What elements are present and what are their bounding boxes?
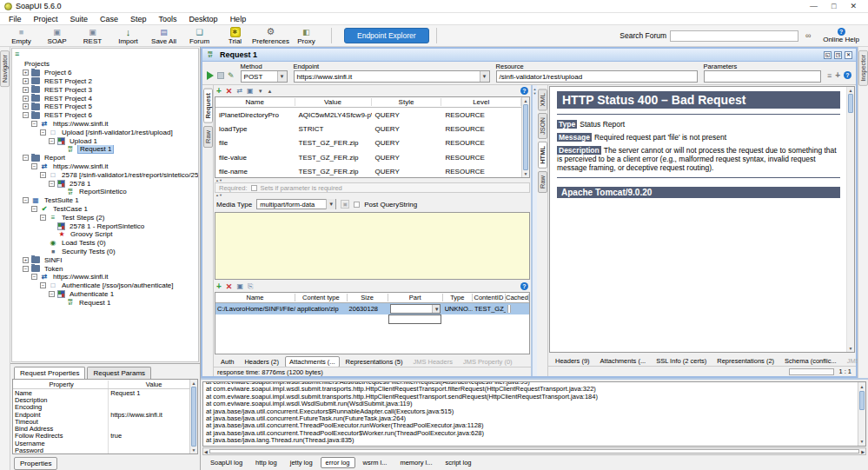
tree-item[interactable]: Projects [12,60,198,69]
tree-expander-icon[interactable]: + [23,96,29,102]
scrollbar-thumb[interactable] [848,94,853,113]
scroll-down-icon[interactable]: ▼ [524,171,528,176]
tree-item[interactable]: Request 1 [12,145,198,154]
menu-project[interactable]: Project [28,14,64,24]
params-cell[interactable]: file [215,139,295,147]
menu-help[interactable]: Help [224,14,253,24]
tree-item[interactable]: −Authenticate [/sso/json/authenticate] [12,281,198,290]
inspector-tab[interactable]: Inspector [858,50,868,86]
toolbar-trial-button[interactable]: Trial [217,27,253,45]
maximize-window-icon[interactable]: ◳ [834,51,842,59]
scroll-left-icon[interactable]: ◀ [204,449,208,454]
tree-expander-icon[interactable]: − [23,197,29,203]
params-cell[interactable]: TEST_GZ_FER.zip [295,154,372,162]
params-cell[interactable]: file-name [215,168,295,175]
required-checkbox[interactable] [251,185,257,191]
request-window-titlebar[interactable]: Request 1 ◱ ◳ ✕ [202,49,856,62]
scroll-up-icon[interactable]: ▲ [860,383,865,390]
tab-headers-9[interactable]: Headers (9) [551,355,594,367]
scroll-down-icon[interactable]: ▼ [192,447,196,453]
tab-request-params[interactable]: Request Params [87,367,151,379]
tree-expander-icon[interactable]: − [49,138,55,144]
tree-item[interactable]: +SINFI [12,255,198,264]
tree-item[interactable]: −https://www.sinfi.it [12,273,198,281]
params-cell[interactable]: iPlanetDirectoryPro [215,111,295,119]
scroll-up-icon[interactable]: ▲ [524,98,528,103]
parameters-field[interactable] [704,70,821,83]
scrollbar-thumb[interactable] [209,449,859,453]
tree-expander-icon[interactable]: − [31,206,37,212]
side-tab-html[interactable]: HTML [538,142,547,169]
attachment-row[interactable]: C:/LavoroHome/SINFI/File/TEST...applicat… [215,303,529,314]
export-attachment-icon[interactable]: ⎘ [248,282,253,291]
params-cell[interactable]: QUERY [372,154,442,162]
recreate-body-icon[interactable]: ▣ [341,200,349,209]
tree-item[interactable]: −Token [12,264,198,273]
tab-wsrm-l[interactable]: wsrm l... [358,457,393,468]
tab-http-log[interactable]: http log [250,457,282,468]
scrollbar-thumb[interactable] [191,387,196,447]
error-log-output[interactable]: at com.eviware.soapui.impl.wsdl.submit.f… [202,381,866,447]
update-params-icon[interactable]: ▣ [247,87,254,95]
tab-request-properties[interactable]: Request Properties [14,367,85,379]
tab-soapui-log[interactable]: SoapUI log [205,457,248,468]
toolbar-forum-button[interactable]: Forum [182,27,217,45]
params-cell[interactable]: QUERY [372,125,442,133]
cached-checkbox[interactable] [507,305,511,313]
tab-memory-l[interactable]: memory l... [394,457,437,468]
request-body-editor[interactable] [215,212,530,280]
tree-item[interactable]: ReportSintetico [12,188,198,196]
tree-item[interactable]: −2578 [/sinfi-validator1/rest/report/sin… [12,170,198,179]
remove-attachment-icon[interactable]: ✕ [226,282,233,291]
side-tab-request[interactable]: Request [203,89,213,123]
tab-attachments[interactable]: Attachments (... [285,356,340,367]
params-cell[interactable]: RESOURCE [441,139,521,147]
online-help[interactable]: ? Online Help [823,28,859,43]
tree-expander-icon[interactable]: − [49,291,55,297]
menu-step[interactable]: Step [124,14,153,24]
float-window-icon[interactable]: ◱ [824,51,832,59]
reload-attachment-icon[interactable]: ▣ [236,282,243,290]
part-editor-field[interactable] [388,314,441,324]
toolbar-rest-button[interactable]: REST [75,27,110,45]
add-param-icon[interactable]: + [835,70,840,80]
tree-item[interactable]: −Authenticate 1 [12,290,198,299]
scrollbar-thumb[interactable] [859,391,865,410]
toolbar-save-all-button[interactable]: Save All [146,27,182,45]
params-menu-icon[interactable]: ≡ [827,71,832,80]
remove-parameter-icon[interactable]: ✕ [226,87,233,96]
tab-error-log[interactable]: error log [321,457,355,468]
params-cell[interactable]: RESOURCE [441,168,521,175]
tree-item[interactable]: +Project 6 [12,69,198,77]
tree-item[interactable]: Request 1 [12,298,198,307]
minimize-button[interactable]: — [810,2,818,10]
tree-expander-icon[interactable]: + [23,257,29,263]
tree-item[interactable]: +REST Project 3 [12,85,198,94]
help-icon[interactable]: ? [844,71,851,79]
tab-jetty-log[interactable]: jetty log [285,457,318,468]
move-up-icon[interactable]: ▲ [268,89,273,94]
params-cell[interactable]: loadType [215,125,295,133]
tree-item[interactable]: +REST Project 5 [12,103,198,111]
tree-item[interactable]: −TestSuite 1 [12,196,198,205]
menu-suite[interactable]: Suite [64,14,95,24]
menu-tools[interactable]: Tools [153,14,183,24]
tree-item[interactable]: −Upload 1 [12,136,198,145]
scroll-up-icon[interactable]: ▲ [849,88,853,93]
scroll-down-icon[interactable]: ▼ [849,346,853,351]
params-row[interactable]: fileTEST_GZ_FER.zipQUERYRESOURCE [215,136,521,150]
tree-item[interactable]: −https://www.sinfi.it [12,162,198,171]
tree-item[interactable]: −Report [12,154,198,162]
tree-expander-icon[interactable]: − [31,274,37,280]
tree-expander-icon[interactable]: − [40,129,46,136]
scroll-right-icon[interactable]: ▶ [861,449,865,454]
params-row[interactable]: file-nameTEST_GZ_FER.zipQUERYRESOURCE [215,165,521,178]
scroll-up-icon[interactable]: ▲ [192,381,196,386]
properties-bottom-tab[interactable]: Properties [14,457,57,470]
params-cell[interactable]: RESOURCE [441,111,521,119]
add-attachment-icon[interactable]: + [216,281,222,291]
method-select[interactable]: POST ▼ [241,70,288,83]
params-row[interactable]: loadTypeSTRICTQUERYRESOURCE [215,122,521,136]
toolbar-import-button[interactable]: Import [110,27,146,45]
tree-expander-icon[interactable]: + [23,70,29,76]
